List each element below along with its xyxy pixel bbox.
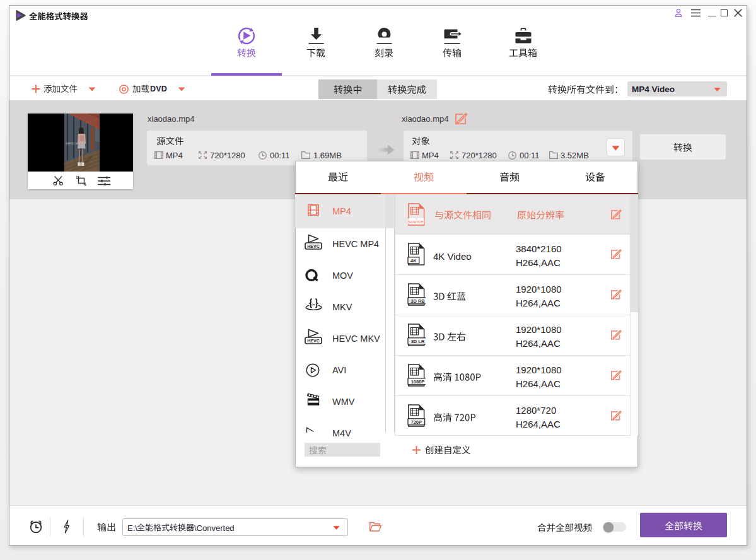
- svg-text:3D RB: 3D RB: [410, 298, 425, 304]
- svg-text:source: source: [408, 219, 424, 225]
- svg-text:HEVC: HEVC: [307, 339, 319, 343]
- svg-text:1080P: 1080P: [411, 379, 425, 385]
- svg-text:VSP2C-G: VSP2C-G: [66, 142, 78, 145]
- svg-text:HEVC: HEVC: [307, 244, 319, 248]
- svg-text:3D LR: 3D LR: [411, 339, 425, 344]
- svg-text:4K: 4K: [410, 258, 417, 264]
- svg-text:720P: 720P: [411, 419, 422, 425]
